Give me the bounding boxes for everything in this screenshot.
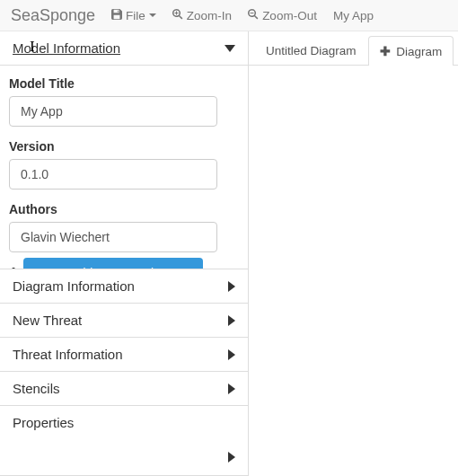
model-information-panel: Model Title Version Authors Assumptions …: [0, 66, 248, 269]
accordion-diagram-information[interactable]: Diagram Information: [0, 269, 248, 304]
model-title-input[interactable]: [9, 96, 217, 127]
accordion-properties-title: Properties: [13, 415, 74, 430]
accordion-properties[interactable]: Properties: [0, 406, 248, 439]
accordion-diagram-information-title: Diagram Information: [13, 278, 135, 294]
diagram-tabs: Untitled Diagram ✚ Diagram: [249, 31, 458, 66]
model-title-label: Model Title: [9, 76, 239, 91]
plus-icon: ✚: [380, 45, 391, 58]
authors-input[interactable]: [9, 222, 217, 252]
version-label: Version: [9, 139, 239, 154]
version-input[interactable]: [9, 159, 217, 190]
sidebar: I Model Information Model Title Version …: [0, 31, 249, 476]
authors-label: Authors: [9, 202, 239, 216]
save-icon: [111, 9, 122, 22]
accordion-stencils-title: Stencils: [13, 381, 60, 396]
accordion-threat-information[interactable]: Threat Information: [0, 338, 248, 372]
accordion-threat-information-title: Threat Information: [13, 347, 123, 362]
navbar: SeaSponge File Zoom-In Zoom-Out My App: [0, 0, 458, 31]
add-assumption-button[interactable]: + Add Asssumption: [23, 258, 203, 269]
chevron-right-icon: [228, 281, 235, 292]
zoom-out-icon: [248, 9, 259, 22]
tab-add-diagram[interactable]: ✚ Diagram: [368, 36, 454, 66]
chevron-right-icon: [228, 383, 235, 394]
zoom-in-button[interactable]: Zoom-In: [172, 9, 232, 22]
zoom-out-button[interactable]: Zoom-Out: [248, 9, 317, 22]
canvas-area: Untitled Diagram ✚ Diagram: [249, 31, 458, 476]
nav-app-link[interactable]: My App: [333, 9, 374, 22]
tab-add-diagram-label: Diagram: [396, 45, 442, 58]
accordion-new-threat[interactable]: New Threat: [0, 304, 248, 338]
accordion-stencils[interactable]: Stencils: [0, 372, 248, 406]
chevron-right-icon: [228, 452, 235, 463]
accordion-properties-chevron-row[interactable]: [0, 439, 248, 476]
tab-untitled-diagram[interactable]: Untitled Diagram: [254, 36, 368, 65]
file-menu-label: File: [126, 9, 145, 22]
chevron-right-icon: [228, 315, 235, 326]
accordion-new-threat-title: New Threat: [13, 313, 82, 328]
zoom-in-label: Zoom-In: [187, 9, 232, 22]
zoom-in-icon: [172, 9, 183, 22]
chevron-right-icon: [228, 349, 235, 360]
file-menu[interactable]: File: [111, 9, 156, 22]
accordion-model-information[interactable]: I Model Information: [0, 31, 248, 66]
chevron-down-icon: [225, 45, 235, 52]
accordion-model-information-title: Model Information: [13, 40, 120, 56]
app-brand[interactable]: SeaSponge: [11, 6, 95, 25]
caret-down-icon: [149, 13, 156, 17]
main-layout: I Model Information Model Title Version …: [0, 31, 458, 476]
zoom-out-label: Zoom-Out: [262, 9, 317, 22]
